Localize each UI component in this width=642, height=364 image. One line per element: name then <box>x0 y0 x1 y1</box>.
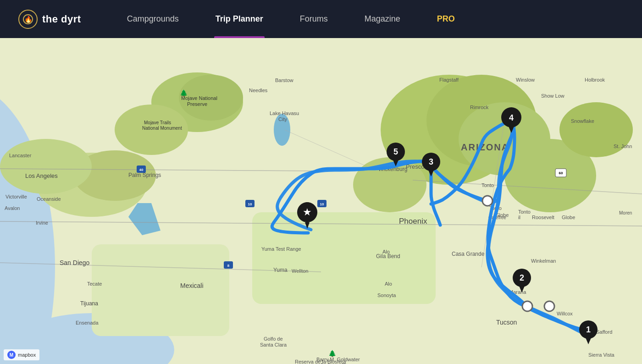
svg-text:Barstow: Barstow <box>275 77 293 83</box>
svg-text:Los Angeles: Los Angeles <box>25 172 58 179</box>
nav-trip-planner[interactable]: Trip Planner <box>197 0 282 38</box>
svg-text:Winslow: Winslow <box>516 77 535 83</box>
svg-text:10: 10 <box>248 202 252 206</box>
svg-text:Casa Grande: Casa Grande <box>452 251 485 257</box>
svg-text:Holbrook: Holbrook <box>585 77 605 83</box>
nav-forums[interactable]: Forums <box>282 0 346 38</box>
logo[interactable]: 🔥 the dyrt <box>18 10 81 29</box>
main-nav: Campgrounds Trip Planner Forums Magazine… <box>109 0 624 38</box>
map-svg: 40 10 10 8 60 Los Angeles Irvine Avalon … <box>0 38 642 364</box>
svg-text:Yuma Test Range: Yuma Test Range <box>261 246 301 252</box>
svg-text:Preserve: Preserve <box>187 101 207 107</box>
svg-text:Tonto: Tonto <box>518 209 531 215</box>
svg-text:Mojave Trails: Mojave Trails <box>144 120 171 125</box>
svg-text:🌲: 🌲 <box>180 89 188 97</box>
svg-text:Santa Clara: Santa Clara <box>260 342 287 347</box>
svg-text:Golfo de: Golfo de <box>264 336 283 342</box>
svg-text:Moren: Moren <box>619 210 632 215</box>
svg-text:Tonto: Tonto <box>482 182 494 188</box>
svg-text:60: 60 <box>559 171 563 175</box>
svg-text:Wellton: Wellton <box>292 268 308 274</box>
svg-rect-20 <box>252 212 436 304</box>
mapbox-text: mapbox <box>18 352 36 358</box>
logo-text: the dyrt <box>42 13 81 25</box>
svg-text:Avalon: Avalon <box>5 205 20 211</box>
svg-text:Tijuana: Tijuana <box>80 300 98 307</box>
nav-magazine[interactable]: Magazine <box>346 0 419 38</box>
svg-text:Sonoyta: Sonoyta <box>377 292 396 298</box>
mapbox-attribution: M mapbox <box>4 349 39 360</box>
svg-text:10: 10 <box>320 202 324 206</box>
nav-pro[interactable]: PRO <box>419 0 473 38</box>
header: 🔥 the dyrt Campgrounds Trip Planner Foru… <box>0 0 642 38</box>
svg-text:Safford: Safford <box>596 329 612 335</box>
svg-text:Alo: Alo <box>385 281 392 287</box>
svg-text:8: 8 <box>227 264 230 268</box>
svg-text:Tecate: Tecate <box>87 281 102 287</box>
logo-icon: 🔥 <box>18 10 38 29</box>
svg-text:Oceanside: Oceanside <box>37 196 61 202</box>
svg-text:Winkelman: Winkelman <box>531 258 556 264</box>
map-container[interactable]: 40 10 10 8 60 Los Angeles Irvine Avalon … <box>0 38 642 364</box>
svg-point-10 <box>0 139 92 194</box>
svg-text:Tucson: Tucson <box>496 319 517 326</box>
svg-text:National Monument: National Monument <box>142 126 182 131</box>
svg-text:Ensenada: Ensenada <box>76 320 99 325</box>
svg-text:Air Force Range: Air Force Range <box>320 362 357 364</box>
svg-text:Willcox: Willcox <box>557 311 573 316</box>
svg-text:🔥: 🔥 <box>24 16 33 23</box>
nav-campgrounds[interactable]: Campgrounds <box>109 0 197 38</box>
svg-text:City: City <box>278 116 287 122</box>
svg-text:il: il <box>518 215 520 220</box>
svg-text:Phoenix: Phoenix <box>399 217 427 226</box>
svg-text:Yuma: Yuma <box>273 267 288 273</box>
svg-text:ARIZONA: ARIZONA <box>461 142 509 152</box>
svg-point-19 <box>559 102 633 157</box>
svg-text:St. John: St. John <box>614 143 632 149</box>
svg-text:Alo: Alo <box>382 249 390 254</box>
svg-text:Sierra Vista: Sierra Vista <box>588 352 615 358</box>
svg-text:Globe: Globe <box>562 215 575 220</box>
svg-text:Lancaster: Lancaster <box>9 153 32 158</box>
svg-text:Snowflake: Snowflake <box>571 118 594 124</box>
mapbox-logo: M <box>7 351 16 359</box>
svg-text:Mexicali: Mexicali <box>180 282 204 289</box>
svg-text:Palm Springs: Palm Springs <box>128 172 161 178</box>
svg-text:Roosevelt: Roosevelt <box>532 215 554 220</box>
svg-text:Flagstaff: Flagstaff <box>439 77 459 83</box>
svg-text:Needles: Needles <box>249 88 268 93</box>
svg-text:🌲: 🌲 <box>328 350 337 358</box>
svg-text:Irvine: Irvine <box>36 220 48 226</box>
svg-text:Victorville: Victorville <box>6 194 27 199</box>
svg-text:Barry M. Goldwater: Barry M. Goldwater <box>316 357 360 362</box>
svg-text:Show Low: Show Low <box>541 93 565 99</box>
svg-text:San Diego: San Diego <box>60 259 90 266</box>
svg-text:Rimrock: Rimrock <box>470 105 489 110</box>
svg-rect-21 <box>92 244 229 336</box>
svg-text:40: 40 <box>139 168 144 172</box>
svg-text:Lake Havasu: Lake Havasu <box>270 110 299 116</box>
